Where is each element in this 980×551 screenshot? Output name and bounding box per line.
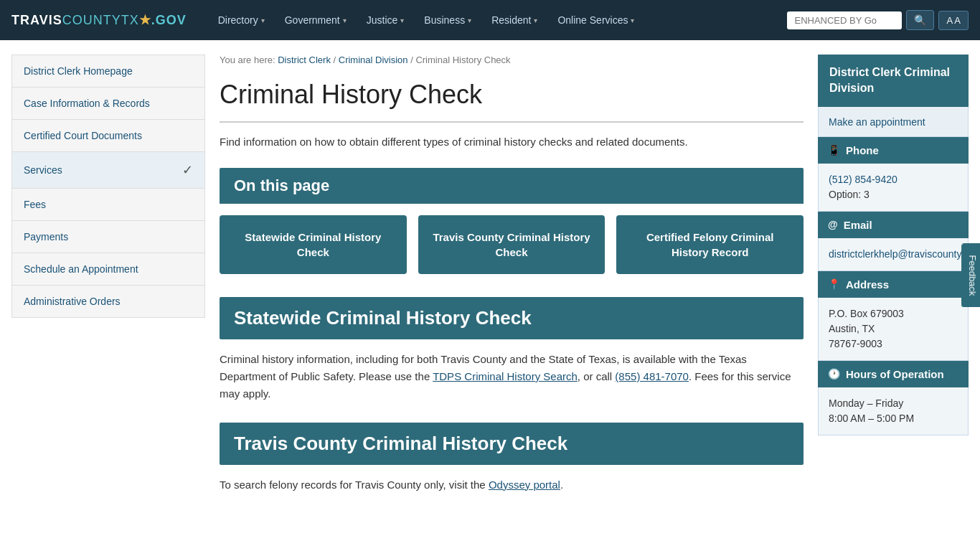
rs-phone-label: Phone: [846, 144, 879, 156]
cards-row: Statewide Criminal History Check Travis …: [220, 215, 804, 274]
rs-email-info: districtclerkhelp@traviscountytx.gov: [818, 238, 969, 271]
right-sidebar: District Clerk Criminal Division Make an…: [818, 55, 969, 514]
rs-address-header: 📍 Address: [818, 271, 969, 298]
travis-county-section-text: To search felony records for Travis Coun…: [220, 476, 804, 494]
card-certified-felony[interactable]: Certified Felony Criminal History Record: [616, 215, 804, 274]
phone-link-statewide[interactable]: (855) 481-7070: [615, 370, 689, 382]
sidebar-item-homepage[interactable]: District Clerk Homepage: [11, 55, 205, 87]
rs-address-info: P.O. Box 679003 Austin, TX 78767-9003: [818, 298, 969, 361]
chevron-down-icon: ✓: [182, 162, 193, 178]
email-icon: @: [828, 219, 838, 230]
sidebar-item-services[interactable]: Services ✓: [11, 151, 205, 188]
rs-address-label: Address: [846, 278, 889, 291]
rs-title: District Clerk Criminal Division: [818, 55, 969, 107]
rs-appointment: Make an appointment: [818, 107, 969, 137]
nav-online-services[interactable]: Online Services ▾: [549, 9, 643, 32]
hours-line2: 8:00 AM – 5:00 PM: [829, 413, 914, 424]
sidebar-link-services[interactable]: Services: [24, 164, 62, 176]
statewide-section-text: Criminal history information, including …: [220, 351, 804, 402]
breadcrumb-link-criminal-division[interactable]: Criminal Division: [339, 55, 408, 65]
page-title: Criminal History Check: [220, 80, 804, 123]
chevron-down-icon: ▾: [261, 17, 265, 24]
address-line1: P.O. Box 679003: [829, 308, 904, 319]
main-content: You are here: District Clerk / Criminal …: [220, 55, 804, 514]
card-statewide[interactable]: Statewide Criminal History Check: [220, 215, 407, 274]
accessibility-button[interactable]: A A: [938, 11, 969, 30]
rs-hours-header: 🕐 Hours of Operation: [818, 361, 969, 387]
nav-directory[interactable]: Directory ▾: [209, 9, 273, 32]
phone-icon: 📱: [828, 144, 840, 156]
sidebar-link-case-information[interactable]: Case Information & Records: [24, 98, 150, 109]
rs-phone-header: 📱 Phone: [818, 137, 969, 164]
rs-phone-info: (512) 854-9420 Option: 3: [818, 164, 969, 212]
left-sidebar: District Clerk Homepage Case Information…: [11, 55, 205, 514]
appointment-link[interactable]: Make an appointment: [829, 116, 925, 128]
breadcrumb-link-district-clerk[interactable]: District Clerk: [278, 55, 331, 65]
sidebar-link-homepage[interactable]: District Clerk Homepage: [24, 65, 133, 77]
feedback-tab[interactable]: Feedback: [961, 243, 980, 307]
on-this-page-header: On this page: [220, 168, 804, 204]
breadcrumb-prefix: You are here:: [220, 55, 275, 65]
nav-business[interactable]: Business ▾: [415, 9, 480, 32]
travis-county-section-header: Travis County Criminal History Check: [220, 423, 804, 465]
breadcrumb-current: Criminal History Check: [415, 55, 510, 65]
sidebar-item-certified-court[interactable]: Certified Court Documents: [11, 119, 205, 151]
page-wrapper: District Clerk Homepage Case Information…: [0, 40, 980, 528]
address-line2: Austin, TX: [829, 323, 875, 334]
statewide-section-header: Statewide Criminal History Check: [220, 297, 804, 339]
map-pin-icon: 📍: [828, 278, 840, 290]
chevron-down-icon: ▾: [631, 17, 634, 24]
page-description: Find information on how to obtain differ…: [220, 134, 804, 151]
logo-gov: .GOV: [151, 13, 187, 27]
chevron-down-icon: ▾: [534, 17, 537, 24]
chevron-down-icon: ▾: [343, 17, 347, 24]
breadcrumb: You are here: District Clerk / Criminal …: [220, 55, 804, 65]
search-input[interactable]: [787, 11, 902, 29]
sidebar-item-fees[interactable]: Fees: [11, 188, 205, 220]
rs-hours-info: Monday – Friday 8:00 AM – 5:00 PM: [818, 387, 969, 435]
rs-hours-label: Hours of Operation: [846, 368, 944, 380]
sidebar-item-admin-orders[interactable]: Administrative Orders: [11, 285, 205, 318]
site-logo[interactable]: TRAVISCOUNTYTX★.GOV: [11, 12, 187, 28]
nav-government[interactable]: Government ▾: [276, 9, 355, 32]
sidebar-link-certified-court[interactable]: Certified Court Documents: [24, 130, 142, 141]
tdps-link[interactable]: TDPS Criminal History Search: [433, 370, 578, 382]
sidebar-item-schedule[interactable]: Schedule an Appointment: [11, 253, 205, 285]
odyssey-portal-link[interactable]: Odyssey portal: [489, 479, 560, 491]
phone-number-link[interactable]: (512) 854-9420: [829, 174, 897, 185]
logo-travis: TRAVIS: [11, 13, 62, 27]
card-travis-county[interactable]: Travis County Criminal History Check: [418, 215, 606, 274]
logo-star: ★: [139, 13, 151, 27]
top-navigation: TRAVISCOUNTYTX★.GOV Directory ▾ Governme…: [0, 0, 980, 40]
email-link[interactable]: districtclerkhelp@traviscountytx.gov: [829, 248, 980, 260]
nav-links: Directory ▾ Government ▾ Justice ▾ Busin…: [209, 9, 788, 32]
breadcrumb-separator: /: [334, 55, 339, 65]
rs-email-header: @ Email: [818, 212, 969, 238]
phone-option: Option: 3: [829, 189, 870, 200]
sidebar-item-payments[interactable]: Payments: [11, 220, 205, 253]
hours-line1: Monday – Friday: [829, 397, 903, 409]
sidebar-item-case-information[interactable]: Case Information & Records: [11, 87, 205, 119]
nav-justice[interactable]: Justice ▾: [358, 9, 413, 32]
search-button[interactable]: 🔍: [906, 10, 934, 30]
sidebar-link-fees[interactable]: Fees: [24, 199, 46, 210]
sidebar-link-admin-orders[interactable]: Administrative Orders: [24, 296, 121, 307]
chevron-down-icon: ▾: [468, 17, 471, 24]
address-line3: 78767-9003: [829, 338, 882, 349]
nav-resident[interactable]: Resident ▾: [483, 9, 546, 32]
chevron-down-icon: ▾: [400, 17, 404, 24]
sidebar-link-payments[interactable]: Payments: [24, 231, 68, 242]
sidebar-link-schedule[interactable]: Schedule an Appointment: [24, 263, 138, 275]
rs-email-label: Email: [844, 219, 872, 231]
search-area: 🔍 A A: [787, 10, 969, 30]
logo-county: COUNTYTX: [62, 13, 139, 27]
clock-icon: 🕐: [828, 368, 840, 380]
